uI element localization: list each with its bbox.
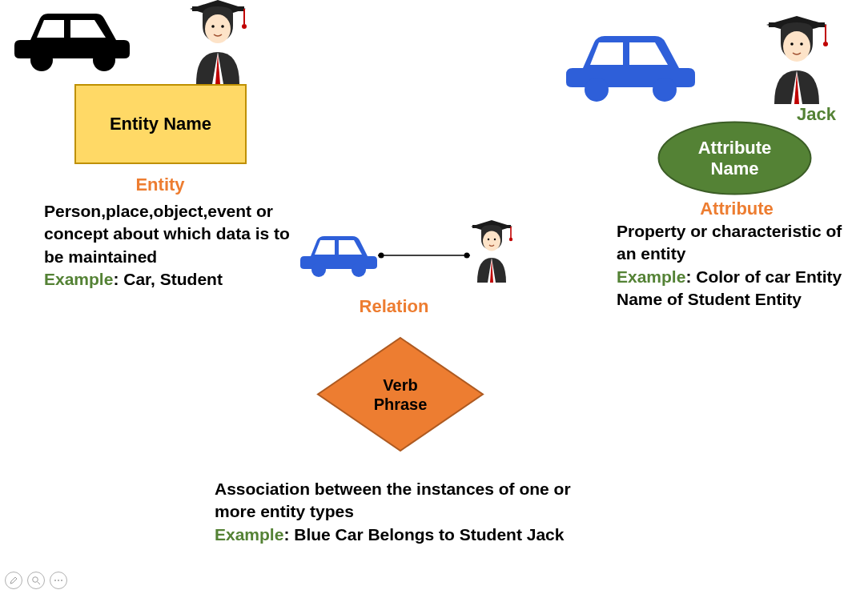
car-black-icon: [8, 4, 136, 78]
svg-point-1: [93, 49, 115, 71]
svg-point-8: [221, 25, 224, 28]
svg-point-42: [61, 580, 62, 581]
svg-point-18: [790, 42, 794, 46]
svg-point-11: [585, 78, 609, 102]
svg-point-0: [30, 49, 53, 71]
entity-shape-label: Entity Name: [110, 114, 211, 134]
entity-example-label: Example: [44, 270, 113, 288]
entity-description-block: Person,place,object,event or concept abo…: [44, 200, 292, 291]
more-icon[interactable]: [50, 572, 67, 589]
attribute-shape: Attribute Name: [657, 120, 813, 196]
student-icon: [180, 0, 256, 87]
relation-connector: [378, 252, 470, 259]
entity-title: Entity: [120, 175, 200, 195]
zoom-icon[interactable]: [27, 572, 45, 589]
attribute-example-label: Example: [617, 267, 685, 286]
svg-point-17: [783, 31, 810, 62]
svg-point-12: [653, 78, 677, 102]
relation-example-label: Example: [215, 525, 283, 544]
svg-point-16: [823, 42, 828, 46]
svg-point-40: [54, 580, 56, 581]
svg-point-5: [242, 24, 247, 29]
svg-point-6: [205, 14, 231, 43]
svg-point-7: [211, 25, 215, 28]
relation-shape-label: Verb Phrase: [364, 375, 436, 414]
car-blue-icon: [561, 28, 701, 107]
svg-point-41: [58, 580, 59, 581]
relation-title: Relation: [354, 296, 434, 317]
entity-example-text: : Car, Student: [113, 270, 223, 288]
pen-icon[interactable]: [5, 572, 22, 589]
attribute-description-block: Property or characteristic of an entity …: [617, 220, 865, 311]
attribute-description: Property or characteristic of an entity: [617, 222, 842, 263]
svg-point-19: [800, 42, 803, 46]
relation-description-block: Association between the instances of one…: [215, 478, 615, 546]
entity-shape: Entity Name: [74, 84, 247, 164]
relation-shape: Verb Phrase: [316, 336, 484, 452]
student-icon-right: [757, 16, 837, 107]
attribute-shape-label: Attribute Name: [687, 138, 783, 179]
relation-description: Association between the instances of one…: [215, 480, 571, 520]
svg-point-31: [509, 238, 512, 241]
svg-point-23: [311, 263, 326, 277]
svg-point-34: [494, 239, 496, 240]
svg-point-32: [483, 231, 500, 251]
svg-point-24: [352, 263, 366, 277]
svg-point-38: [33, 577, 38, 583]
entity-description: Person,place,object,event or concept abo…: [44, 202, 290, 266]
svg-point-33: [488, 239, 489, 240]
svg-line-39: [38, 582, 40, 584]
svg-point-26: [379, 253, 384, 259]
relation-example-text: : Blue Car Belongs to Student Jack: [283, 525, 564, 544]
relation-student-icon: [464, 220, 519, 286]
toolbar: [5, 572, 67, 589]
attribute-title: Attribute: [689, 199, 785, 219]
relation-car-icon: [296, 231, 380, 282]
